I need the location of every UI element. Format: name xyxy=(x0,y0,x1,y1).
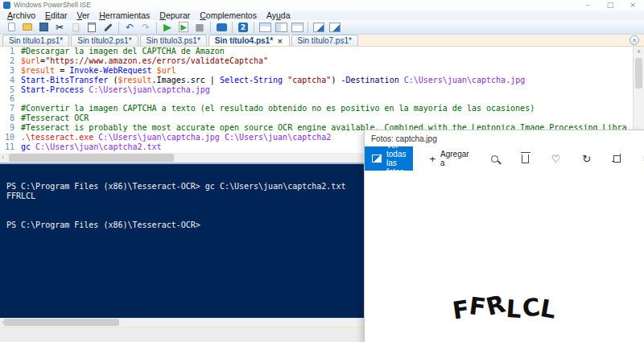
cut-icon[interactable]: ✂ xyxy=(52,21,67,34)
code-line: 3$result = Invoke-WebRequest $url xyxy=(0,66,633,76)
code-token: -Destination xyxy=(341,76,398,85)
tab-4-active[interactable]: Sin título4.ps1*× xyxy=(208,35,290,46)
open-script-icon-shape xyxy=(23,23,32,31)
photos-window: Fotos: captcha.jpg Ver todas las fotos +… xyxy=(364,130,644,342)
show-script-pane-right-icon-shape xyxy=(329,23,341,32)
title-bar: Windows PowerShell ISE –□× xyxy=(0,0,644,10)
tab-3[interactable]: Sin título3.ps1* xyxy=(140,35,207,46)
add-to-button[interactable]: + Agregar a xyxy=(419,146,478,171)
rotate-icon-glyph: ↻ xyxy=(582,153,591,165)
copy-icon-shape xyxy=(72,23,79,31)
close-button[interactable]: × xyxy=(621,0,644,10)
code-line: 1#Descargar la imagen del CAPTCHA de Ama… xyxy=(0,47,633,56)
run-script-icon-glyph: ▶ xyxy=(163,21,171,33)
tab-2[interactable]: Sin título2.ps1* xyxy=(71,35,138,46)
code-token: C:\Users\juan\captcha.jpg xyxy=(404,76,526,85)
start-powershell-icon[interactable]: 2 xyxy=(236,21,250,34)
start-powershell-icon-shape: 2 xyxy=(238,23,248,32)
tab-close-icon[interactable]: × xyxy=(277,37,283,45)
layout-script-maximized-icon[interactable] xyxy=(290,21,304,34)
redo-icon[interactable]: ↷ xyxy=(138,21,153,34)
code-token: Select-String xyxy=(220,76,283,85)
layout-script-maximized-icon-shape xyxy=(291,23,303,32)
zoom-icon[interactable] xyxy=(489,152,502,165)
line-number: 9 xyxy=(0,123,21,133)
code-token: = xyxy=(55,66,69,76)
line-number: 2 xyxy=(0,56,21,66)
copy-icon[interactable] xyxy=(68,21,83,34)
scrollbar-thumb[interactable] xyxy=(635,58,642,89)
code-token: gc xyxy=(21,142,31,152)
tab-label: Sin título7.ps1* xyxy=(298,36,352,45)
collapse-script-pane-button[interactable]: ∧ xyxy=(630,35,639,45)
stop-icon[interactable]: ■ xyxy=(192,21,207,34)
line-number: 11 xyxy=(0,142,21,152)
captcha-letter: R xyxy=(483,289,509,321)
menu-depurar[interactable]: Depurar xyxy=(155,10,195,20)
toolbar-separator xyxy=(308,22,308,33)
clear-console-icon-shape xyxy=(104,23,112,31)
show-script-pane-top-icon[interactable] xyxy=(312,21,326,34)
menu-complementos[interactable]: Complementos xyxy=(195,10,262,20)
delete-icon[interactable] xyxy=(519,152,532,165)
code-token: #Tesseract OCR xyxy=(21,113,89,123)
line-number: 3 xyxy=(0,66,21,76)
favorite-icon-glyph: ♡ xyxy=(551,153,561,165)
tab-label: Sin título1.ps1* xyxy=(9,36,63,45)
code-token: Start-BitsTransfer xyxy=(21,76,108,85)
scrollbar-thumb[interactable] xyxy=(4,319,119,326)
code-token: C:\Users\juan\captcha.jpg C:\Users\juan\… xyxy=(98,133,331,142)
run-selection-icon[interactable]: ▶ xyxy=(176,21,191,34)
code-token: .\tesseract.exe xyxy=(21,133,93,142)
menu-ayuda[interactable]: Ayuda xyxy=(262,10,295,20)
favorite-icon[interactable]: ♡ xyxy=(550,152,563,165)
scrollbar-thumb[interactable] xyxy=(9,154,174,162)
zoom-icon-shape xyxy=(491,155,498,163)
crop-icon[interactable] xyxy=(611,152,624,165)
code-line: 6 xyxy=(0,94,633,104)
cut-icon-glyph: ✂ xyxy=(56,22,64,33)
tab-label: Sin título3.ps1* xyxy=(147,36,200,45)
new-remote-tab-icon-shape xyxy=(217,23,227,31)
code-token: $url xyxy=(157,66,176,76)
code-line: 2$url="https://www.amazon.es/errors/vali… xyxy=(0,56,633,66)
captcha-letter: L xyxy=(538,294,559,324)
code-token: "captcha" xyxy=(287,76,331,85)
menu-ver[interactable]: Ver xyxy=(72,10,94,20)
code-token: .Images.src | xyxy=(152,76,220,85)
scroll-left-icon[interactable]: ‹ xyxy=(2,153,4,163)
paste-icon[interactable] xyxy=(85,21,99,34)
save-icon-shape xyxy=(39,23,48,31)
new-remote-tab-icon[interactable] xyxy=(214,21,229,34)
code-token: #Descargar la imagen del CAPTCHA de Amaz… xyxy=(21,47,225,56)
menu-editar[interactable]: Editar xyxy=(40,10,72,20)
open-script-icon[interactable] xyxy=(20,21,35,34)
edit-icon[interactable]: ✂ xyxy=(642,152,644,165)
line-number: 7 xyxy=(0,104,21,113)
layout-split-horizontal-icon[interactable] xyxy=(258,21,272,34)
line-number: 10 xyxy=(0,133,21,142)
scroll-up-icon[interactable]: ∧ xyxy=(634,47,644,57)
save-icon[interactable] xyxy=(36,21,51,34)
toolbar-separator xyxy=(254,22,254,33)
rotate-icon[interactable]: ↻ xyxy=(580,152,593,165)
toolbar-separator xyxy=(118,22,119,33)
menu-archivo[interactable]: Archivo xyxy=(2,10,40,20)
minimize-button[interactable]: – xyxy=(576,0,599,10)
layout-split-vertical-icon[interactable] xyxy=(274,21,288,34)
code-line: 5Start-Process C:\Users\juan\captcha.jpg xyxy=(0,85,633,95)
new-script-icon[interactable] xyxy=(4,21,19,34)
undo-icon[interactable]: ↶ xyxy=(122,21,137,34)
view-all-photos-button[interactable]: Ver todas las fotos xyxy=(365,146,413,171)
clear-console-icon[interactable] xyxy=(101,21,115,34)
tab-5[interactable]: Sin título7.ps1* xyxy=(291,35,358,46)
menu-herramientas[interactable]: Herramientas xyxy=(94,10,155,20)
maximize-button[interactable]: □ xyxy=(599,0,621,10)
toolbar-separator xyxy=(232,22,233,33)
show-script-pane-top-icon-shape xyxy=(313,23,324,32)
show-script-pane-right-icon[interactable] xyxy=(328,21,342,34)
tab-1[interactable]: Sin título1.ps1* xyxy=(2,35,69,46)
run-script-icon[interactable]: ▶ xyxy=(160,21,175,34)
code-token: C:\Users\juan\captcha2.txt xyxy=(35,142,162,152)
code-token: "https://www.amazon.es/errors/validateCa… xyxy=(45,56,268,66)
